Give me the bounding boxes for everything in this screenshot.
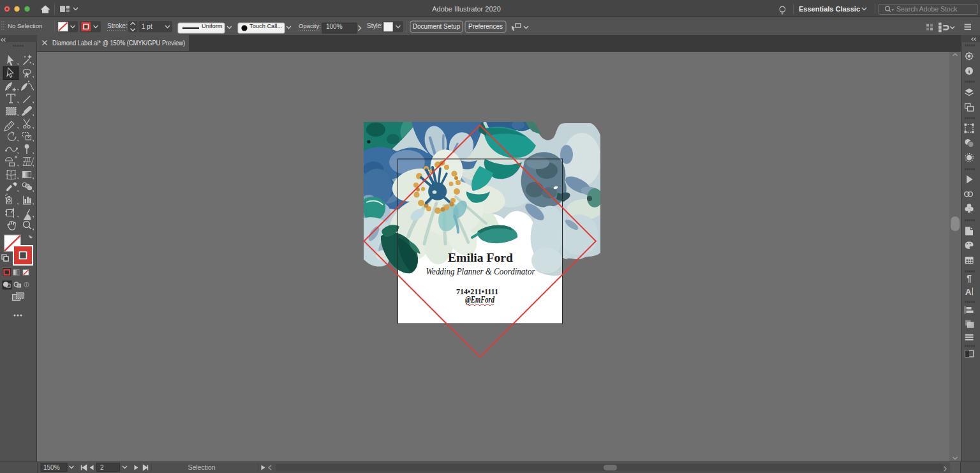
svg-text:Wedding Planner & Coordinator: Wedding Planner & Coordinator	[426, 266, 535, 276]
svg-text:Preferences: Preferences	[468, 23, 503, 30]
svg-text:A: A	[965, 287, 972, 297]
svg-text:No Selection: No Selection	[8, 22, 42, 29]
svg-text:100%: 100%	[326, 23, 343, 30]
svg-text:Document Setup: Document Setup	[413, 23, 461, 30]
svg-text:Opacity:: Opacity:	[299, 22, 321, 29]
svg-text:2: 2	[100, 464, 104, 471]
svg-text:¶: ¶	[967, 273, 972, 283]
svg-text:Touch Call...: Touch Call...	[249, 23, 282, 29]
svg-text:Selection: Selection	[188, 463, 215, 471]
svg-text:Diamond Label.ai* @ 150% (CMYK: Diamond Label.ai* @ 150% (CMYK/GPU Previ…	[52, 40, 185, 47]
svg-text:150%: 150%	[43, 464, 60, 471]
svg-text:Uniform: Uniform	[202, 23, 223, 29]
svg-text:Stroke:: Stroke:	[107, 22, 128, 29]
svg-text:1 pt: 1 pt	[142, 23, 152, 30]
svg-text:Adobe Illustrator 2020: Adobe Illustrator 2020	[432, 5, 501, 13]
svg-text:@EmFord: @EmFord	[465, 295, 495, 304]
svg-text:Essentials Classic: Essentials Classic	[799, 5, 860, 13]
svg-text:Style:: Style:	[367, 22, 383, 29]
svg-text:Emilia Ford: Emilia Ford	[448, 251, 513, 264]
svg-text:Search Adobe Stock: Search Adobe Stock	[896, 5, 958, 13]
